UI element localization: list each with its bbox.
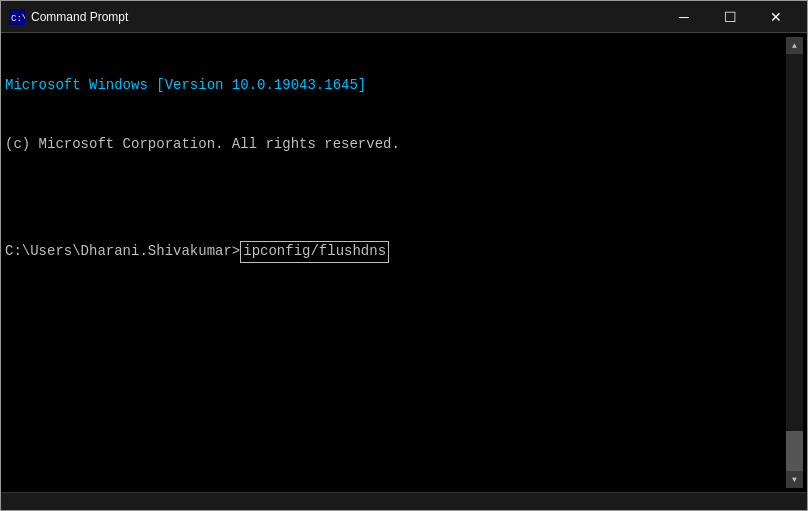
- minimize-button[interactable]: ─: [661, 1, 707, 33]
- prompt-path: C:\Users\Dharani.Shivakumar: [5, 242, 232, 262]
- version-line: Microsoft Windows [Version 10.0.19043.16…: [5, 76, 786, 96]
- scrollbar-track[interactable]: [786, 54, 803, 471]
- command-prompt-window: C:\ Command Prompt ─ ☐ ✕ Microsoft Windo…: [0, 0, 808, 511]
- window-title: Command Prompt: [31, 10, 661, 24]
- copyright-line: (c) Microsoft Corporation. All rights re…: [5, 135, 786, 155]
- terminal-output: Microsoft Windows [Version 10.0.19043.16…: [5, 37, 786, 488]
- command-text[interactable]: ipconfig/flushdns: [240, 241, 389, 263]
- scrollbar-thumb[interactable]: [786, 431, 803, 471]
- cmd-icon: C:\: [9, 9, 25, 25]
- terminal-body[interactable]: Microsoft Windows [Version 10.0.19043.16…: [1, 33, 807, 492]
- svg-text:C:\: C:\: [11, 14, 25, 24]
- scroll-up-arrow[interactable]: ▲: [786, 37, 803, 54]
- status-bar: [1, 492, 807, 510]
- prompt-arrow: >: [232, 242, 240, 262]
- prompt-line: C:\Users\Dharani.Shivakumar>ipconfig/flu…: [5, 241, 786, 263]
- maximize-button[interactable]: ☐: [707, 1, 753, 33]
- title-bar: C:\ Command Prompt ─ ☐ ✕: [1, 1, 807, 33]
- scroll-down-arrow[interactable]: ▼: [786, 471, 803, 488]
- window-controls: ─ ☐ ✕: [661, 1, 799, 33]
- scrollbar: ▲ ▼: [786, 37, 803, 488]
- close-button[interactable]: ✕: [753, 1, 799, 33]
